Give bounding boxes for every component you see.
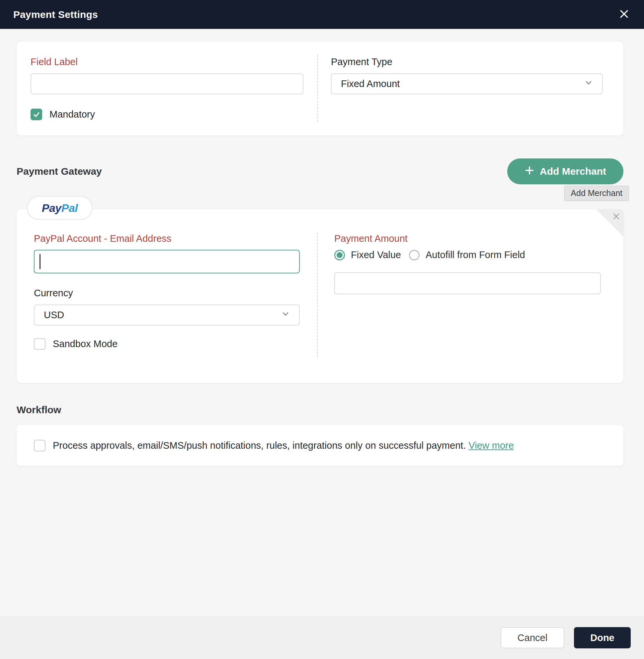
add-merchant-button-label: Add Merchant <box>540 166 606 177</box>
payment-type-column: Payment Type Fixed Amount <box>318 42 623 135</box>
payment-amount-input[interactable] <box>334 272 601 294</box>
field-settings-card: Field Label Mandatory Payment Type Fixed… <box>17 42 623 135</box>
chevron-down-icon <box>583 78 594 90</box>
close-button[interactable] <box>618 8 630 21</box>
workflow-text: Process approvals, email/SMS/push notifi… <box>53 440 514 451</box>
payment-type-selected-value: Fixed Amount <box>341 79 400 89</box>
workflow-heading: Workflow <box>17 404 623 416</box>
currency-label: Currency <box>34 288 300 299</box>
paypal-gateway-block: PayPal PayPal Account - Email Address Cu… <box>17 196 623 383</box>
paypal-account-column: PayPal Account - Email Address Currency … <box>17 209 317 383</box>
plus-icon <box>525 166 534 178</box>
add-merchant-tooltip: Add Merchant <box>564 186 629 201</box>
paypal-email-label: PayPal Account - Email Address <box>34 233 300 244</box>
payment-amount-radio-group: Fixed Value Autofill from Form Field <box>334 249 601 260</box>
page-title: Payment Settings <box>13 9 98 20</box>
dialog-body: Field Label Mandatory Payment Type Fixed… <box>0 29 644 466</box>
paypal-logo: PayPal <box>42 202 78 215</box>
cancel-button[interactable]: Cancel <box>501 627 564 649</box>
close-icon <box>612 212 620 222</box>
view-more-link[interactable]: View more <box>468 440 513 451</box>
autofill-radio[interactable] <box>409 250 420 260</box>
check-icon <box>32 111 41 118</box>
payment-gateway-heading: Payment Gateway <box>17 166 102 177</box>
mandatory-label: Mandatory <box>49 109 95 120</box>
field-label-input[interactable] <box>30 73 303 94</box>
paypal-settings-card: PayPal Account - Email Address Currency … <box>17 209 623 383</box>
text-cursor <box>40 254 41 269</box>
tab-paypal[interactable]: PayPal <box>27 196 93 220</box>
sandbox-mode-checkbox[interactable] <box>34 338 45 350</box>
currency-selected-value: USD <box>44 310 64 321</box>
currency-select[interactable]: USD <box>34 305 300 326</box>
payment-type-select[interactable]: Fixed Amount <box>331 73 603 94</box>
fixed-value-radio[interactable] <box>334 250 345 260</box>
dialog-header: Payment Settings <box>0 0 644 29</box>
field-label-label: Field Label <box>30 57 303 67</box>
payment-gateway-section-header: Payment Gateway Add Merchant Add Merchan… <box>17 158 623 184</box>
fixed-value-radio-label[interactable]: Fixed Value <box>351 249 401 260</box>
paypal-email-input[interactable] <box>34 250 300 273</box>
remove-merchant-button[interactable] <box>612 212 620 222</box>
sandbox-row: Sandbox Mode <box>34 338 300 350</box>
autofill-radio-label[interactable]: Autofill from Form Field <box>426 249 525 260</box>
dialog-footer: Cancel Done <box>0 616 644 659</box>
workflow-card: Process approvals, email/SMS/push notifi… <box>17 425 623 466</box>
payment-amount-column: Payment Amount Fixed Value Autofill from… <box>318 209 623 383</box>
close-icon <box>618 8 630 21</box>
mandatory-checkbox[interactable] <box>30 109 42 120</box>
sandbox-mode-label: Sandbox Mode <box>53 338 117 349</box>
add-merchant-button[interactable]: Add Merchant <box>507 158 623 184</box>
payment-amount-label: Payment Amount <box>334 233 601 244</box>
paypal-email-input-wrap <box>34 250 300 273</box>
field-label-column: Field Label Mandatory <box>17 42 317 135</box>
mandatory-row: Mandatory <box>30 109 303 120</box>
workflow-checkbox[interactable] <box>34 440 45 452</box>
done-button[interactable]: Done <box>574 627 631 649</box>
chevron-down-icon <box>280 309 291 321</box>
payment-type-label: Payment Type <box>331 57 603 67</box>
